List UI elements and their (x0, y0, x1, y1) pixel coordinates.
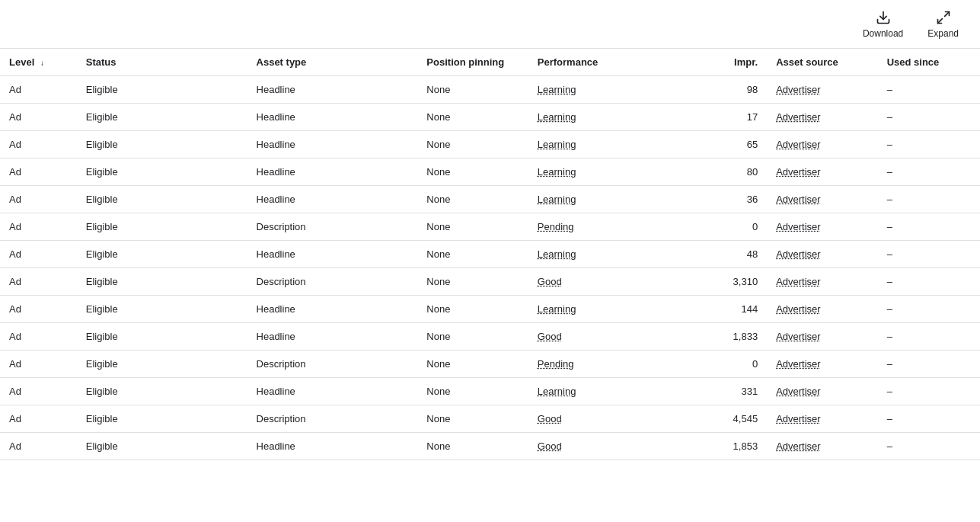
cell-asset-source-link[interactable]: Advertiser (776, 111, 821, 123)
cell-performance[interactable]: Learning (528, 296, 699, 323)
cell-asset-type: Description (247, 268, 418, 296)
cell-level: Ad (0, 323, 77, 351)
col-header-level[interactable]: Level ↓ (0, 49, 77, 76)
col-header-asset-source: Asset source (767, 49, 877, 76)
cell-asset-source-link[interactable]: Advertiser (776, 440, 821, 452)
cell-position-pinning: None (417, 405, 528, 433)
col-label-level: Level (9, 56, 34, 68)
cell-performance-link[interactable]: Pending (538, 221, 574, 232)
cell-position-pinning: None (417, 104, 528, 131)
cell-status: Eligible (77, 323, 247, 351)
cell-performance-link[interactable]: Pending (538, 358, 574, 370)
cell-performance[interactable]: Good (528, 323, 699, 351)
cell-asset-source[interactable]: Advertiser (767, 76, 877, 104)
cell-performance-link[interactable]: Learning (538, 139, 576, 150)
col-header-impr: Impr. (699, 49, 768, 76)
cell-performance-link[interactable]: Learning (538, 84, 576, 95)
col-header-used-since: Used since (878, 49, 980, 76)
cell-position-pinning: None (417, 323, 528, 351)
cell-asset-source-link[interactable]: Advertiser (776, 358, 821, 370)
sort-icon: ↓ (40, 59, 44, 67)
cell-asset-source[interactable]: Advertiser (767, 268, 877, 296)
cell-performance-link[interactable]: Learning (538, 194, 576, 205)
col-header-performance: Performance (528, 49, 699, 76)
cell-asset-source[interactable]: Advertiser (767, 433, 877, 460)
cell-asset-source-link[interactable]: Advertiser (776, 139, 821, 150)
cell-asset-source[interactable]: Advertiser (767, 186, 877, 213)
cell-asset-type: Headline (247, 433, 418, 460)
cell-performance[interactable]: Learning (528, 186, 699, 213)
cell-performance-link[interactable]: Good (538, 331, 562, 342)
cell-performance[interactable]: Good (528, 405, 699, 433)
cell-asset-source-link[interactable]: Advertiser (776, 413, 821, 424)
cell-asset-source-link[interactable]: Advertiser (776, 331, 821, 342)
cell-level: Ad (0, 76, 77, 104)
expand-button[interactable]: Expand (918, 7, 968, 42)
cell-level: Ad (0, 296, 77, 323)
cell-asset-source[interactable]: Advertiser (767, 323, 877, 351)
cell-status: Eligible (77, 405, 247, 433)
cell-position-pinning: None (417, 76, 528, 104)
download-button[interactable]: Download (854, 7, 912, 42)
cell-asset-source-link[interactable]: Advertiser (776, 84, 821, 95)
table-row: AdEligibleDescriptionNonePending0Adverti… (0, 351, 980, 378)
cell-asset-source-link[interactable]: Advertiser (776, 248, 821, 260)
cell-performance-link[interactable]: Good (538, 276, 562, 287)
cell-asset-source[interactable]: Advertiser (767, 104, 877, 131)
cell-performance-link[interactable]: Learning (538, 386, 576, 397)
cell-performance[interactable]: Pending (528, 213, 699, 241)
cell-impr: 3,310 (699, 268, 768, 296)
table-row: AdEligibleDescriptionNoneGood3,310Advert… (0, 268, 980, 296)
cell-asset-source[interactable]: Advertiser (767, 159, 877, 186)
cell-asset-source-link[interactable]: Advertiser (776, 194, 821, 205)
cell-asset-source-link[interactable]: Advertiser (776, 276, 821, 287)
cell-asset-source[interactable]: Advertiser (767, 405, 877, 433)
cell-impr: 65 (699, 131, 768, 159)
cell-performance-link[interactable]: Learning (538, 248, 576, 260)
cell-used-since: – (878, 378, 980, 405)
cell-asset-source-link[interactable]: Advertiser (776, 386, 821, 397)
cell-asset-source[interactable]: Advertiser (767, 378, 877, 405)
cell-performance-link[interactable]: Good (538, 440, 562, 452)
cell-performance[interactable]: Learning (528, 104, 699, 131)
table-row: AdEligibleHeadlineNoneLearning17Advertis… (0, 104, 980, 131)
cell-asset-source-link[interactable]: Advertiser (776, 221, 821, 232)
table-row: AdEligibleHeadlineNoneLearning98Advertis… (0, 76, 980, 104)
table-header-row: Level ↓ Status Asset type Position pinni… (0, 49, 980, 76)
cell-impr: 331 (699, 378, 768, 405)
cell-level: Ad (0, 268, 77, 296)
cell-asset-source[interactable]: Advertiser (767, 131, 877, 159)
cell-performance[interactable]: Learning (528, 76, 699, 104)
svg-line-1 (944, 11, 949, 16)
cell-performance-link[interactable]: Good (538, 413, 562, 424)
cell-asset-type: Headline (247, 131, 418, 159)
cell-performance-link[interactable]: Learning (538, 111, 576, 123)
cell-impr: 0 (699, 351, 768, 378)
cell-asset-source-link[interactable]: Advertiser (776, 166, 821, 178)
cell-performance[interactable]: Learning (528, 131, 699, 159)
cell-position-pinning: None (417, 186, 528, 213)
cell-performance[interactable]: Good (528, 268, 699, 296)
cell-position-pinning: None (417, 433, 528, 460)
cell-asset-source[interactable]: Advertiser (767, 296, 877, 323)
cell-performance-link[interactable]: Learning (538, 166, 576, 178)
cell-used-since: – (878, 351, 980, 378)
cell-level: Ad (0, 378, 77, 405)
cell-impr: 98 (699, 76, 768, 104)
cell-status: Eligible (77, 268, 247, 296)
cell-asset-source-link[interactable]: Advertiser (776, 303, 821, 315)
cell-performance[interactable]: Learning (528, 241, 699, 268)
cell-position-pinning: None (417, 268, 528, 296)
cell-position-pinning: None (417, 378, 528, 405)
cell-asset-source[interactable]: Advertiser (767, 213, 877, 241)
table-row: AdEligibleHeadlineNoneLearning48Advertis… (0, 241, 980, 268)
cell-asset-source[interactable]: Advertiser (767, 351, 877, 378)
cell-performance-link[interactable]: Learning (538, 303, 576, 315)
cell-performance[interactable]: Good (528, 433, 699, 460)
cell-performance[interactable]: Learning (528, 378, 699, 405)
cell-performance[interactable]: Pending (528, 351, 699, 378)
cell-status: Eligible (77, 296, 247, 323)
cell-performance[interactable]: Learning (528, 159, 699, 186)
download-label: Download (863, 28, 903, 39)
cell-asset-source[interactable]: Advertiser (767, 241, 877, 268)
